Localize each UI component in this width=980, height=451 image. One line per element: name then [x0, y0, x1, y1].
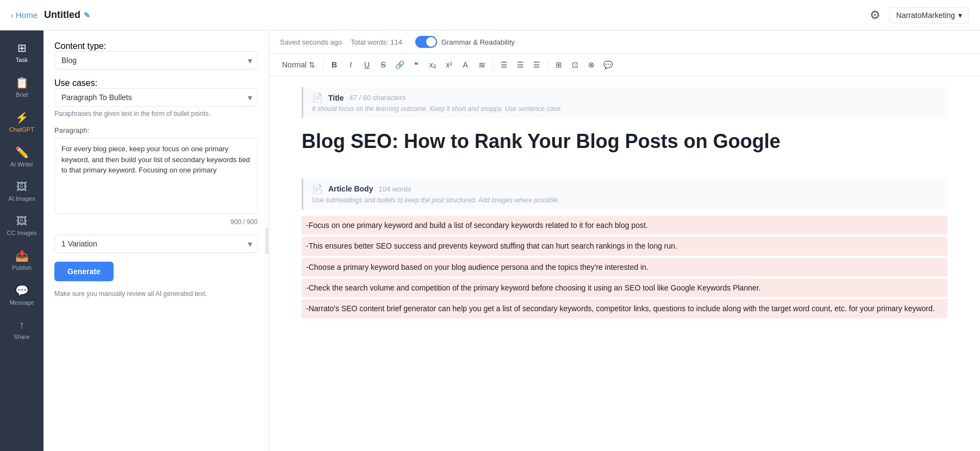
- title-hint: It should focus on the learning outcome.…: [312, 105, 939, 113]
- clear-format-button[interactable]: ⊗: [584, 57, 599, 72]
- editor-area: Saved seconds ago Total words: 114 Gramm…: [269, 30, 980, 451]
- bullets-container: -Focus on one primary keyword and build …: [302, 216, 947, 318]
- use-cases-select[interactable]: Paragraph To Bullets Summarize Expand Re…: [54, 88, 258, 107]
- highlight-button[interactable]: ≋: [474, 57, 489, 72]
- use-cases-label: Use cases:: [54, 78, 97, 88]
- title-section-icon: 📄: [312, 92, 323, 103]
- use-cases-wrapper: Paragraph To Bullets Summarize Expand Re…: [54, 88, 258, 107]
- superscript-button[interactable]: x²: [441, 57, 457, 72]
- sidebar-item-task[interactable]: ⊞ Task: [0, 35, 43, 70]
- title-section-block: 📄 Title 47 / 60 characters It should foc…: [302, 87, 947, 118]
- sidebar-item-label: Brief: [16, 91, 28, 98]
- sidebar-item-ai-images[interactable]: 🖼 AI Images: [0, 174, 43, 208]
- toolbar-divider-3: [547, 59, 548, 70]
- sidebar-item-label: AI Images: [8, 195, 35, 202]
- table-button[interactable]: ⊡: [567, 57, 583, 72]
- unordered-list-button[interactable]: ☰: [513, 57, 528, 72]
- settings-button[interactable]: ⚙: [867, 6, 883, 24]
- publish-icon: 📤: [15, 249, 29, 262]
- bullet-item-4: -Check the search volume and competition…: [302, 279, 947, 297]
- main-layout: ‹ Content type: Blog Article Social Medi…: [43, 30, 980, 451]
- bullet-item-1: -Focus on one primary keyword and build …: [302, 216, 947, 234]
- left-panel: ‹ Content type: Blog Article Social Medi…: [43, 30, 269, 451]
- home-label[interactable]: Home: [16, 10, 38, 20]
- ordered-list-button[interactable]: ☰: [496, 57, 511, 72]
- home-link[interactable]: ‹ Home: [11, 10, 38, 20]
- toolbar-divider-1: [323, 59, 323, 70]
- article-hint: Use subheadings and bullets to keep the …: [312, 196, 939, 204]
- title-section-label: Title: [328, 94, 344, 102]
- sidebar-item-ai-writer[interactable]: ✏️ AI Writer: [0, 139, 43, 174]
- grammar-toggle-wrapper: Grammar & Readability: [415, 36, 515, 48]
- chevron-down-icon: ▾: [958, 11, 962, 20]
- content-type-select[interactable]: Blog Article Social Media Email: [54, 51, 258, 70]
- chevron-left-icon: ‹: [11, 10, 14, 20]
- italic-button[interactable]: I: [343, 57, 358, 72]
- document-title: Untitled ✎: [44, 9, 90, 21]
- sidebar-item-label: CC Images: [7, 230, 36, 236]
- toolbar-divider-2: [492, 59, 493, 70]
- article-section-icon: 📄: [312, 184, 323, 194]
- sidebar-item-label: Task: [16, 57, 28, 63]
- content-type-wrapper: Blog Article Social Media Email: [54, 51, 258, 70]
- sidebar-item-label: Message: [10, 299, 34, 306]
- title-section-header: 📄 Title 47 / 60 characters: [312, 92, 939, 103]
- article-section-label: Article Body: [328, 184, 373, 193]
- sidebar-item-message[interactable]: 💬 Message: [0, 277, 43, 312]
- sidebar-item-label: Share: [14, 333, 29, 340]
- use-case-description: Paraphrases the given text in the form o…: [54, 110, 258, 118]
- sidebar-item-share[interactable]: ↑ Share: [0, 312, 43, 347]
- editor-content: 📄 Title 47 / 60 characters It should foc…: [269, 76, 980, 451]
- sidebar-item-publish[interactable]: 📤 Publish: [0, 243, 43, 277]
- sidebar-item-cc-images[interactable]: 🖼 CC Images: [0, 208, 43, 243]
- strikethrough-button[interactable]: S: [376, 57, 391, 72]
- sidebar-item-chatgpt[interactable]: ⚡ ChatGPT: [0, 104, 43, 139]
- chatgpt-icon: ⚡: [15, 111, 29, 124]
- editor-info-bar: Saved seconds ago Total words: 114 Gramm…: [269, 30, 980, 54]
- comment-button[interactable]: 💬: [600, 57, 616, 72]
- link-button[interactable]: 🔗: [392, 57, 408, 72]
- article-section-header: 📄 Article Body 104 words: [312, 184, 939, 194]
- underline-button[interactable]: U: [359, 57, 374, 72]
- sidebar-item-label: Publish: [12, 264, 32, 271]
- generate-button[interactable]: Generate: [54, 262, 114, 281]
- edit-icon[interactable]: ✎: [84, 11, 90, 20]
- message-icon: 💬: [15, 284, 29, 297]
- share-icon: ↑: [19, 319, 24, 331]
- subscript-button[interactable]: x₂: [425, 57, 440, 72]
- align-button[interactable]: ☰: [529, 57, 544, 72]
- article-word-count: 104 words: [378, 185, 411, 193]
- ai-writer-icon: ✏️: [15, 146, 29, 159]
- bullet-item-2: -This ensures better SEO success and pre…: [302, 237, 947, 255]
- sidebar-item-label: AI Writer: [10, 161, 34, 168]
- bullet-item-3: -Choose a primary keyword based on your …: [302, 258, 947, 276]
- variations-wrapper: 1 Variation 2 Variations 3 Variations: [54, 234, 258, 253]
- paragraph-textarea[interactable]: For every blog piece, keep your focus on…: [54, 138, 258, 214]
- variations-select[interactable]: 1 Variation 2 Variations 3 Variations: [54, 234, 258, 253]
- title-char-count: 47 / 60 characters: [349, 94, 406, 102]
- paragraph-label: Paragraph:: [54, 126, 258, 134]
- sidebar-item-label: ChatGPT: [9, 126, 34, 133]
- workspace-label: NarratoMarketing: [896, 11, 955, 20]
- workspace-dropdown[interactable]: NarratoMarketing ▾: [889, 7, 969, 23]
- sidebar-nav: ⊞ Task 📋 Brief ⚡ ChatGPT ✏️ AI Writer 🖼 …: [0, 30, 43, 451]
- saved-status: Saved seconds ago: [280, 38, 342, 46]
- cc-images-icon: 🖼: [16, 215, 27, 227]
- disclaimer-text: Make sure you manually review all AI gen…: [54, 290, 258, 298]
- font-color-button[interactable]: A: [458, 57, 473, 72]
- style-label: Normal: [282, 60, 307, 69]
- bold-button[interactable]: B: [327, 57, 342, 72]
- grammar-toggle[interactable]: [415, 36, 437, 48]
- editor-toolbar: Normal ⇅ B I U S 🔗 ❝ x₂ x² A ≋ ☰ ☰ ☰ ⊞ ⊡…: [269, 54, 980, 76]
- quote-button[interactable]: ❝: [409, 57, 424, 72]
- style-dropdown[interactable]: Normal ⇅: [278, 58, 320, 71]
- image-button[interactable]: ⊞: [551, 57, 566, 72]
- brief-icon: 📋: [15, 76, 29, 89]
- doc-title-text: Untitled: [44, 9, 80, 21]
- grammar-label: Grammar & Readability: [441, 38, 515, 46]
- collapse-toggle[interactable]: ‹: [265, 228, 269, 254]
- content-type-label: Content type:: [54, 41, 106, 51]
- top-bar: ‹ Home Untitled ✎ ⚙ NarratoMarketing ▾: [0, 0, 980, 30]
- sidebar-item-brief[interactable]: 📋 Brief: [0, 70, 43, 104]
- doc-title-display[interactable]: Blog SEO: How to Rank Your Blog Posts on…: [302, 122, 947, 165]
